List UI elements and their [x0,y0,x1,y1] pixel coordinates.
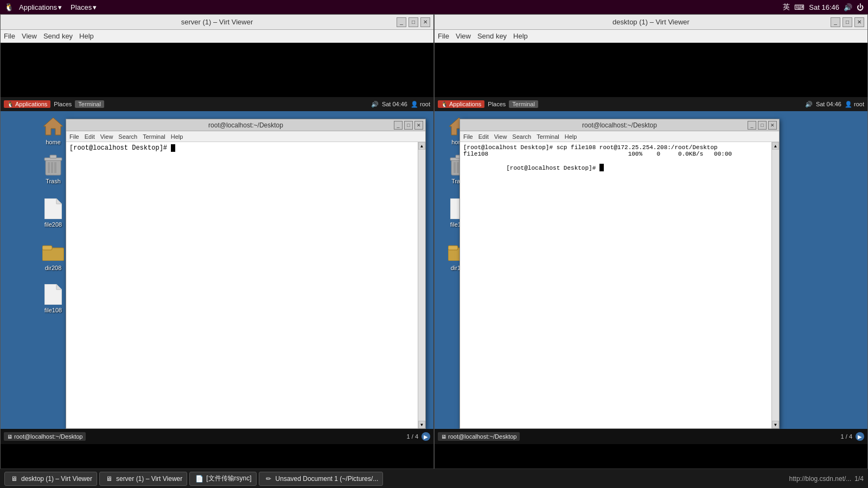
left-vm-black-top [1,43,433,97]
svg-rect-16 [457,162,459,173]
left-home-icon-img [42,115,64,137]
right-inner-terminal[interactable]: Terminal [509,100,538,108]
left-terminal-menubar: File Edit View Search Terminal Help [66,131,425,142]
right-terminal-title: root@localhost:~/Desktop [582,121,657,129]
taskbar-server-viewer[interactable]: 🖥 server (1) – Virt Viewer [99,472,187,486]
applications-label: Applications [19,3,57,11]
right-terminal-titlebar: root@localhost:~/Desktop _ □ ✕ [460,119,779,131]
right-terminal-menubar: File Edit View Search Terminal Help [460,131,779,142]
taskbar-desktop-viewer[interactable]: 🖥 desktop (1) – Virt Viewer [4,472,97,486]
right-minimize-btn[interactable]: _ [831,17,840,27]
main-area: server (1) – Virt Viewer _ □ ✕ File View… [0,14,868,488]
right-menu-help[interactable]: Help [513,32,528,40]
taskbar-rsync-label: [文件传输rsync] [206,474,251,483]
right-terminal-controls: _ □ ✕ [748,121,777,130]
volume-icon[interactable]: 🔊 [844,3,852,11]
right-menu-sendkey[interactable]: Send key [477,32,507,40]
taskbar-server-icon: 🖥 [104,474,114,484]
left-inner-bottom: 🖥 root@localhost:~/Desktop 1 / 4 ▶ [1,429,433,444]
left-inner-task-label: root@localhost:~/Desktop [14,433,82,440]
left-menu-file[interactable]: File [4,32,15,40]
svg-marker-0 [43,118,63,135]
left-menu-help[interactable]: Help [79,32,94,40]
right-menu-view[interactable]: View [456,32,471,40]
left-scroll-up[interactable]: ▲ [418,142,425,150]
left-term-menu-file[interactable]: File [69,133,79,140]
right-maximize-btn[interactable]: □ [843,17,852,27]
right-inner-nav-btn[interactable]: ▶ [856,432,864,441]
left-scroll-down[interactable]: ▼ [418,421,425,428]
left-maximize-btn[interactable]: □ [409,17,418,27]
power-icon[interactable]: ⏻ [857,3,864,11]
left-menu-sendkey[interactable]: Send key [43,32,73,40]
left-term-menu-terminal[interactable]: Terminal [143,133,165,140]
left-inner-places[interactable]: Places [54,101,72,107]
right-terminal-line2: file108 100% 0 0.0KB/s 00:00 [463,151,776,157]
right-term-menu-edit[interactable]: Edit [478,133,489,140]
right-terminal-scrollbar[interactable]: ▲ ▼ [771,142,779,428]
right-inner-apps-label: Applications [449,101,481,107]
right-inner-bar-left: 🐧 Applications Places Terminal [438,100,538,108]
right-inner-volume: 🔊 [805,101,813,108]
places-menu[interactable]: Places ▾ [67,2,100,12]
right-scroll-down[interactable]: ▼ [772,421,779,428]
left-term-menu-edit[interactable]: Edit [85,133,95,140]
left-terminal-maximize[interactable]: □ [404,121,413,130]
left-term-menu-help[interactable]: Help [171,133,183,140]
right-terminal-minimize[interactable]: _ [748,121,756,130]
left-menu-view[interactable]: View [22,32,37,40]
right-terminal-close[interactable]: ✕ [768,121,777,130]
right-vm-black-top [435,43,867,97]
left-inner-page: 1 / 4 [407,433,418,440]
right-inner-taskbar-item[interactable]: 🖥 root@localhost:~/Desktop [438,432,520,441]
taskbar-doc-label: Unsaved Document 1 (~/Pictures/... [276,475,379,483]
right-term-menu-view[interactable]: View [494,133,507,140]
left-terminal-close[interactable]: ✕ [414,121,423,130]
left-term-menu-view[interactable]: View [100,133,113,140]
right-terminal-window: root@localhost:~/Desktop _ □ ✕ File Edit… [459,119,780,429]
right-term-menu-help[interactable]: Help [565,133,577,140]
left-term-menu-search[interactable]: Search [118,133,137,140]
taskbar-rsync[interactable]: 📄 [文件传输rsync] [189,472,256,486]
right-close-btn[interactable]: ✕ [854,17,864,27]
system-bar: 🐧 Applications ▾ Places ▾ 英 ⌨ Sat 16:46 … [0,0,868,14]
left-close-btn[interactable]: ✕ [420,17,430,27]
applications-menu[interactable]: Applications ▾ [16,2,65,12]
svg-rect-10 [42,246,52,250]
left-virt-panel: server (1) – Virt Viewer _ □ ✕ File View… [0,14,434,488]
places-label: Places [71,3,92,11]
right-terminal-content[interactable]: [root@localhost Desktop]# scp file108 ro… [460,142,779,428]
right-virt-panel: desktop (1) – Virt Viewer _ □ ✕ File Vie… [434,14,868,488]
taskbar-unsaved-doc[interactable]: ✏ Unsaved Document 1 (~/Pictures/... [259,472,384,486]
right-inner-places[interactable]: Places [488,101,506,107]
svg-rect-23 [448,246,458,250]
left-file108-icon-img [42,284,64,305]
left-prompt-text: [root@localhost Desktop]# [69,144,171,152]
taskbar-doc-icon: ✏ [264,474,273,484]
right-scroll-up[interactable]: ▲ [772,142,779,150]
language-indicator[interactable]: 英 [783,2,790,12]
taskbar-page: 1/4 [854,475,864,483]
right-menu-file[interactable]: File [438,32,449,40]
left-minimize-btn[interactable]: _ [397,17,406,27]
left-inner-apps[interactable]: 🐧 Applications [4,100,50,108]
left-inner-terminal[interactable]: Terminal [75,100,104,108]
left-inner-bar: 🐧 Applications Places Terminal 🔊 Sat 04:… [1,97,433,111]
system-bar-left: 🐧 Applications ▾ Places ▾ [4,2,100,12]
right-inner-user: 👤 root [845,101,864,108]
left-inner-nav-btn[interactable]: ▶ [422,432,430,441]
right-inner-ubuntu-icon: 🐧 [441,101,448,107]
left-terminal-scrollbar[interactable]: ▲ ▼ [418,142,425,428]
left-terminal-content[interactable]: [root@localhost Desktop]# ▲ ▼ [66,142,425,428]
system-bar-right: 英 ⌨ Sat 16:46 🔊 ⏻ [783,2,864,12]
svg-rect-2 [48,162,50,173]
right-inner-apps[interactable]: 🐧 Applications [438,100,484,108]
right-term-menu-file[interactable]: File [463,133,473,140]
left-terminal-minimize[interactable]: _ [394,121,403,130]
right-terminal-maximize[interactable]: □ [758,121,767,130]
right-term-menu-search[interactable]: Search [512,133,531,140]
left-inner-taskbar-item[interactable]: 🖥 root@localhost:~/Desktop [4,432,86,441]
right-term-menu-terminal[interactable]: Terminal [537,133,559,140]
left-trash-icon-img [42,155,64,176]
right-inner-task-icon: 🖥 [441,434,446,440]
